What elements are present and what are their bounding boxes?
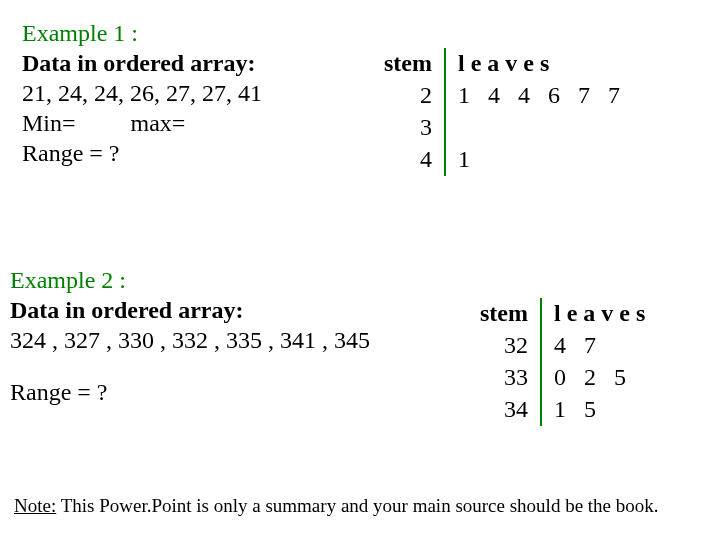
stem-leaf-table-1: stem leaves 2 1 4 4 6 7 7 3 4 1: [378, 48, 632, 176]
leaves-cell: [445, 112, 632, 144]
table-row: 3: [378, 112, 632, 144]
table-row: 2 1 4 4 6 7 7: [378, 80, 632, 112]
stem-cell: 32: [466, 330, 541, 362]
stem-cell: 4: [378, 144, 445, 176]
example-2-range-label: Range = ?: [10, 377, 440, 407]
leaves-cell: 1: [445, 144, 632, 176]
example-1-min-label: Min=: [22, 110, 76, 136]
stem-leaf-table-2: stem leaves 32 4 7 33 0 2 5 34 1 5: [466, 298, 670, 426]
stem-cell: 33: [466, 362, 541, 394]
example-2-block: Example 2 : Data in ordered array: 324 ,…: [10, 265, 440, 407]
note-label: Note:: [14, 495, 56, 516]
table-row: 32 4 7: [466, 330, 670, 362]
example-1-title: Example 1 :: [22, 18, 382, 48]
example-2-title: Example 2 :: [10, 265, 440, 295]
stem-header: stem: [378, 48, 445, 80]
note-text: This Power.Point is only a summary and y…: [56, 495, 658, 516]
stem-header: stem: [466, 298, 541, 330]
example-1-subtitle: Data in ordered array:: [22, 48, 382, 78]
leaves-cell: 0 2 5: [541, 362, 670, 394]
table-row: 4 1: [378, 144, 632, 176]
slide: Example 1 : Data in ordered array: 21, 2…: [0, 0, 720, 540]
table-row: 33 0 2 5: [466, 362, 670, 394]
leaves-header: leaves: [445, 48, 632, 80]
leaves-cell: 1 5: [541, 394, 670, 426]
leaves-cell: 1 4 4 6 7 7: [445, 80, 632, 112]
leaves-header: leaves: [541, 298, 670, 330]
footer-note: Note: This Power.Point is only a summary…: [14, 494, 659, 518]
example-2-data-line: 324 , 327 , 330 , 332 , 335 , 341 , 345: [10, 325, 440, 355]
table-row: 34 1 5: [466, 394, 670, 426]
example-1-block: Example 1 : Data in ordered array: 21, 2…: [22, 18, 382, 168]
stem-cell: 2: [378, 80, 445, 112]
example-1-min-max: Min=max=: [22, 108, 382, 138]
example-1-data-line: 21, 24, 24, 26, 27, 27, 41: [22, 78, 382, 108]
stem-cell: 34: [466, 394, 541, 426]
example-1-range-label: Range = ?: [22, 138, 382, 168]
stem-cell: 3: [378, 112, 445, 144]
example-1-max-label: max=: [131, 110, 186, 136]
leaves-cell: 4 7: [541, 330, 670, 362]
example-2-subtitle: Data in ordered array:: [10, 295, 440, 325]
